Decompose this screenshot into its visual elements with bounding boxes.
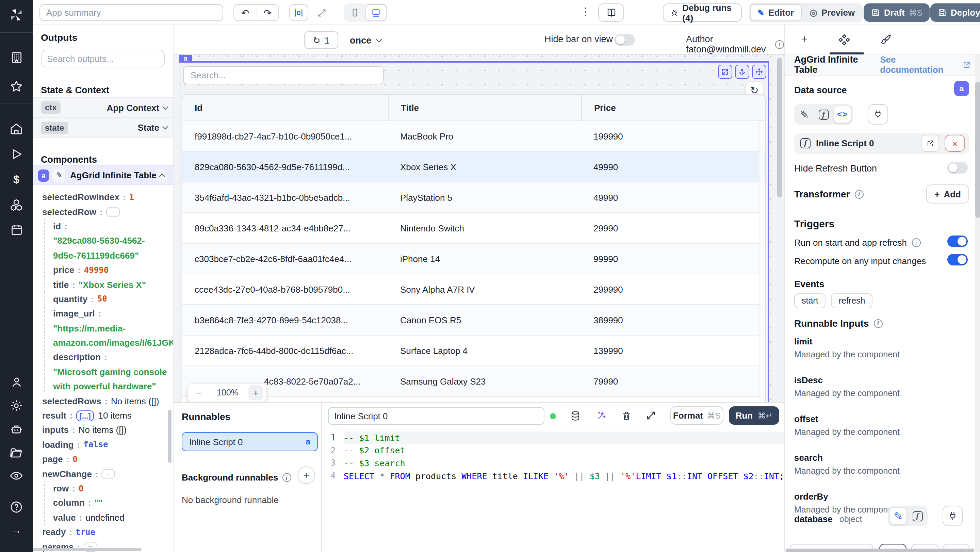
folders-icon[interactable] <box>8 445 24 461</box>
table-row[interactable]: ccee43dc-27e0-40a8-b768-b09579b0... Sony… <box>182 274 765 305</box>
output-tree-row[interactable]: column : − [...] "" <box>33 496 173 510</box>
hide-refresh-toggle[interactable] <box>947 162 968 173</box>
expand-component-button[interactable] <box>718 65 732 79</box>
output-tree-row[interactable]: quantity : − [...] 50 <box>33 292 173 306</box>
output-tree-row[interactable]: inputs : − [...] No items ([]) <box>33 423 173 437</box>
state-row[interactable]: state State <box>33 118 173 138</box>
open-script-external-button[interactable] <box>921 135 939 152</box>
component-settings-tab[interactable] <box>838 33 851 46</box>
info-icon[interactable]: i <box>775 40 784 49</box>
hide-bar-toggle[interactable] <box>614 34 635 46</box>
settings-gear-icon[interactable] <box>8 398 24 414</box>
column-header-price[interactable]: Price <box>581 95 753 121</box>
audit-eye-icon[interactable] <box>8 468 24 484</box>
app-summary-input[interactable] <box>40 4 223 21</box>
collapse-sidebar-arrow-icon[interactable]: → <box>8 521 24 538</box>
script-name-input[interactable] <box>328 407 544 425</box>
workers-robot-icon[interactable] <box>8 421 24 437</box>
recompute-toggle[interactable] <box>947 254 968 266</box>
code-mode-button[interactable]: <> <box>834 105 851 123</box>
resources-cubes-icon[interactable] <box>8 197 24 213</box>
add-background-runnable-button[interactable]: + <box>298 466 315 484</box>
more-menu-kebab-icon[interactable]: ⋮ <box>581 5 591 18</box>
styling-brush-tab[interactable] <box>880 33 892 46</box>
run-button[interactable]: Run ⌘↵ <box>729 406 779 425</box>
event-chip[interactable]: start <box>794 293 826 308</box>
run-on-start-toggle[interactable] <box>947 235 968 247</box>
collapse-chevron-button[interactable] <box>156 169 167 181</box>
help-icon[interactable] <box>8 499 24 515</box>
database-icon[interactable] <box>570 410 581 421</box>
attached-script-row[interactable]: f Inline Script 0 × <box>794 133 969 154</box>
chevron-down-icon[interactable] <box>163 124 169 130</box>
desktop-view-button[interactable] <box>366 4 387 21</box>
add-transformer-button[interactable]: +Add <box>926 185 969 204</box>
home-icon[interactable] <box>8 121 24 137</box>
chevron-down-icon[interactable] <box>163 104 169 110</box>
canvas-scrollbar[interactable] <box>777 58 782 398</box>
connect-plug-button[interactable] <box>943 506 963 526</box>
see-documentation-link[interactable]: See documentation <box>880 54 970 75</box>
table-scrollbar[interactable] <box>759 122 764 402</box>
output-tree-row[interactable]: : − [...] with powerful hardware" <box>33 379 173 394</box>
schedules-calendar-icon[interactable] <box>8 221 24 237</box>
detach-script-close-button[interactable]: × <box>945 135 965 152</box>
output-tree-row[interactable]: price : − [...] 49990 <box>33 263 173 277</box>
tab-editor[interactable]: ✎ Editor <box>750 4 801 21</box>
selected-component-aggrid[interactable]: a ↻ Id Title Price <box>180 61 769 402</box>
edit-pencil-mode-button[interactable]: ✎ <box>889 507 907 525</box>
output-tree-row[interactable]: ready : − [...] true <box>33 525 173 539</box>
info-icon[interactable]: i <box>873 319 882 328</box>
code-editor[interactable]: 1-- $1 limit2-- $2 offset3-- $3 search4S… <box>322 431 784 552</box>
favorites-star-icon[interactable] <box>8 78 24 95</box>
workspace-building-icon[interactable] <box>8 49 24 65</box>
runnable-input-item[interactable]: offset Managed by the component <box>794 414 970 453</box>
undo-button[interactable]: ↶ <box>234 5 256 21</box>
windmill-logo-icon[interactable] <box>8 7 24 23</box>
table-row[interactable] <box>182 397 765 402</box>
debug-runs-button[interactable]: Debug runs (4) <box>663 3 742 22</box>
delete-trash-icon[interactable] <box>621 410 632 421</box>
output-tree-row[interactable]: row : − [...] 0 <box>33 481 173 496</box>
docs-book-button[interactable] <box>598 3 624 22</box>
collapse-toggle[interactable]: − <box>106 207 120 217</box>
runnable-input-item[interactable]: search Managed by the component <box>794 453 970 492</box>
variables-dollar-icon[interactable]: $ <box>8 172 24 188</box>
table-row[interactable]: 4c83-8022-5e70a07a2... Samsung Galaxy S2… <box>182 366 765 397</box>
column-header-id[interactable]: Id <box>182 95 388 121</box>
output-tree-row[interactable]: newChange : − [...] <box>33 466 173 481</box>
zoom-out-button[interactable]: − <box>191 385 207 400</box>
static-fx-mode-button[interactable]: f <box>815 105 832 123</box>
table-search-input[interactable] <box>183 66 384 84</box>
output-tree-row[interactable]: : − [...] amazon.com/images/I/61JGKhq <box>33 336 173 350</box>
refresh-count-button[interactable]: ↻ 1 <box>304 31 338 49</box>
insert-component-plus-tab[interactable]: + <box>801 33 808 46</box>
inspector-scrollbar[interactable] <box>975 54 980 552</box>
table-row[interactable]: 829ca080-5630-4562-9d5e-7611199d... Xbox… <box>182 152 765 182</box>
draft-save-button[interactable]: Draft ⌘S <box>864 3 930 22</box>
output-tree-row[interactable]: selectedRows : − [...] No items ([]) <box>33 394 173 408</box>
output-tree-row[interactable]: : − [...] "Microsoft gaming console <box>33 364 173 379</box>
output-tree-row[interactable]: : − [...] "https://m.media- <box>33 321 173 336</box>
info-icon[interactable]: i <box>282 473 291 482</box>
collapse-toggle[interactable]: − <box>102 469 115 479</box>
expand-layout-button[interactable] <box>312 4 331 21</box>
schedule-select[interactable]: once <box>350 31 381 49</box>
redo-button[interactable]: ↷ <box>256 5 278 21</box>
connect-plug-button[interactable] <box>868 104 888 124</box>
output-tree-row[interactable]: value : − [...] undefined <box>33 510 173 525</box>
info-icon[interactable]: i <box>854 189 863 199</box>
output-tree-row[interactable]: : − [...] "829ca080-5630-4562- <box>33 234 173 248</box>
app-canvas[interactable]: a ↻ Id Title Price <box>173 54 784 402</box>
output-tree-row[interactable]: : − [...] 9d5e-7611199dc669" <box>33 248 173 263</box>
move-component-button[interactable] <box>752 65 766 79</box>
format-button[interactable]: Format ⌘S <box>670 406 724 425</box>
ai-wand-icon[interactable] <box>596 410 606 421</box>
output-tree-row[interactable]: loading : − [...] false <box>33 437 173 452</box>
anchor-component-button[interactable] <box>735 65 749 79</box>
column-header-title[interactable]: Title <box>388 95 581 121</box>
output-tree-row[interactable]: result : − [...] 10 items <box>33 408 173 423</box>
mobile-view-button[interactable] <box>344 4 366 21</box>
rename-pencil-icon[interactable]: ✎ <box>53 169 65 182</box>
table-row[interactable]: f991898d-cb27-4ac7-b10c-0b9050ce1... Mac… <box>182 121 765 152</box>
